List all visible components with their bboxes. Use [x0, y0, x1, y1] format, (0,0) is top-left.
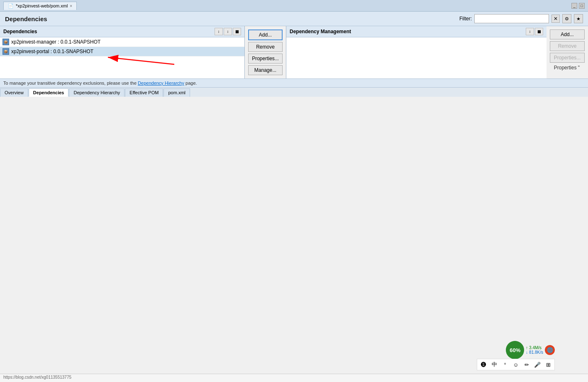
- window-controls: _ □: [571, 3, 585, 9]
- left-toolbar-btn-3[interactable]: ▦: [233, 28, 241, 35]
- filter-label: Filter:: [459, 16, 472, 22]
- grid-icon[interactable]: ⊞: [544, 360, 553, 369]
- add-button[interactable]: Add...: [248, 29, 283, 40]
- tab-effective-pom[interactable]: Effective POM: [125, 88, 163, 97]
- right-add-button[interactable]: Add...: [550, 29, 585, 39]
- right-toolbar-btn-2[interactable]: ▦: [535, 28, 543, 35]
- tab-file-icon: 📄: [8, 3, 14, 9]
- left-action-buttons: Add... Remove Properties... Manage...: [245, 26, 286, 78]
- panels-row: Dependencies ↕ ↕ ▦ 📦 xp2pinvest-manager …: [0, 26, 588, 78]
- taskbar-icons: 🅢 中 ° ☺ ✏ 🎤 ⊞: [477, 359, 555, 370]
- close-icon[interactable]: ×: [70, 4, 72, 8]
- right-panel-toolbar: ↕ ▦: [526, 28, 543, 35]
- properties-label: Properties ": [554, 65, 580, 71]
- dep-item-label: xp2pinvest-manager : 0.0.1-SNAPSHOT: [11, 39, 100, 45]
- filter-settings-button[interactable]: ⚙: [562, 14, 571, 23]
- minimize-button[interactable]: _: [571, 3, 577, 9]
- remove-button[interactable]: Remove: [248, 42, 283, 52]
- dep-item-label: xp2pinvest-portal : 0.0.1-SNAPSHOT: [11, 49, 93, 54]
- url-bar: https://blog.csdn.net/xg01135513775: [0, 374, 588, 382]
- bottom-text-before: To manage your transitive dependency exc…: [3, 81, 138, 86]
- left-panel-toolbar: ↕ ↕ ▦: [215, 28, 241, 35]
- manage-button[interactable]: Manage...: [248, 65, 283, 75]
- title-tab[interactable]: 📄 *xp2pinvest-web/pom.xml ×: [3, 2, 77, 10]
- filter-extra-button[interactable]: ★: [574, 14, 583, 23]
- left-panel-header: Dependencies ↕ ↕ ▦: [0, 26, 244, 37]
- list-item[interactable]: 📦 xp2pinvest-manager : 0.0.1-SNAPSHOT: [0, 37, 244, 47]
- network-icon: 🌐: [545, 345, 555, 355]
- right-toolbar-btn-1[interactable]: ↕: [526, 28, 534, 35]
- page-title: Dependencies: [5, 15, 47, 22]
- right-properties-button[interactable]: Properties...: [550, 53, 585, 63]
- emoji-icon[interactable]: ☺: [511, 360, 520, 369]
- filter-clear-button[interactable]: ✕: [551, 15, 560, 23]
- dependency-list: 📦 xp2pinvest-manager : 0.0.1-SNAPSHOT 📦 …: [0, 37, 244, 78]
- left-toolbar-btn-1[interactable]: ↕: [215, 28, 223, 35]
- tab-overview[interactable]: Overview: [0, 88, 28, 97]
- download-speed: ↓ 81.8K/s: [526, 350, 543, 355]
- dep-item-icon: 📦: [2, 39, 9, 45]
- left-panel-title: Dependencies: [3, 29, 37, 34]
- properties-button[interactable]: Properties...: [248, 54, 283, 64]
- right-dep-list: [286, 37, 547, 78]
- left-toolbar-btn-2[interactable]: ↕: [224, 28, 232, 35]
- tabs-bar: Overview Dependencies Dependency Hierarc…: [0, 87, 588, 97]
- speed-info: ↑ 3.4M/s ↓ 81.8K/s: [526, 345, 543, 355]
- dep-item-icon: 📦: [2, 48, 9, 55]
- main-header: Dependencies Filter: ✕ ⚙ ★: [0, 12, 588, 26]
- upload-speed: ↑ 3.4M/s: [526, 345, 543, 350]
- mic-icon[interactable]: 🎤: [533, 360, 542, 369]
- right-remove-button[interactable]: Remove: [550, 41, 585, 51]
- maximize-button[interactable]: □: [579, 3, 585, 9]
- bottom-bar: To manage your transitive dependency exc…: [0, 78, 588, 87]
- right-panel-title: Dependency Management: [290, 29, 351, 34]
- list-item[interactable]: 📦 xp2pinvest-portal : 0.0.1-SNAPSHOT: [0, 47, 244, 56]
- title-bar: 📄 *xp2pinvest-web/pom.xml × _ □: [0, 0, 588, 12]
- tab-dependency-hierarchy[interactable]: Dependency Hierarchy: [69, 88, 124, 97]
- speed-widget: 60% ↑ 3.4M/s ↓ 81.8K/s 🌐: [506, 341, 555, 359]
- pen-icon[interactable]: ✏: [522, 360, 531, 369]
- tab-label: *xp2pinvest-web/pom.xml: [16, 3, 68, 8]
- dependency-hierarchy-link[interactable]: Dependency Hierarchy: [138, 81, 184, 86]
- right-panel-header: Dependency Management ↕ ▦: [286, 26, 547, 37]
- filter-area: Filter: ✕ ⚙ ★: [459, 14, 583, 23]
- tab-dependencies[interactable]: Dependencies: [29, 88, 69, 97]
- s-icon[interactable]: 🅢: [479, 360, 488, 369]
- right-action-buttons: Add... Remove Properties...: [547, 26, 588, 78]
- left-panel: Dependencies ↕ ↕ ▦ 📦 xp2pinvest-manager …: [0, 26, 245, 78]
- speed-percent: 60%: [506, 341, 524, 359]
- chinese-icon[interactable]: 中: [490, 360, 499, 369]
- right-panel: Dependency Management ↕ ▦: [286, 26, 547, 78]
- bottom-text-after: page.: [184, 81, 197, 86]
- punctuation-icon[interactable]: °: [500, 360, 510, 369]
- tab-pom-xml[interactable]: pom.xml: [163, 88, 190, 97]
- filter-input[interactable]: [474, 14, 549, 23]
